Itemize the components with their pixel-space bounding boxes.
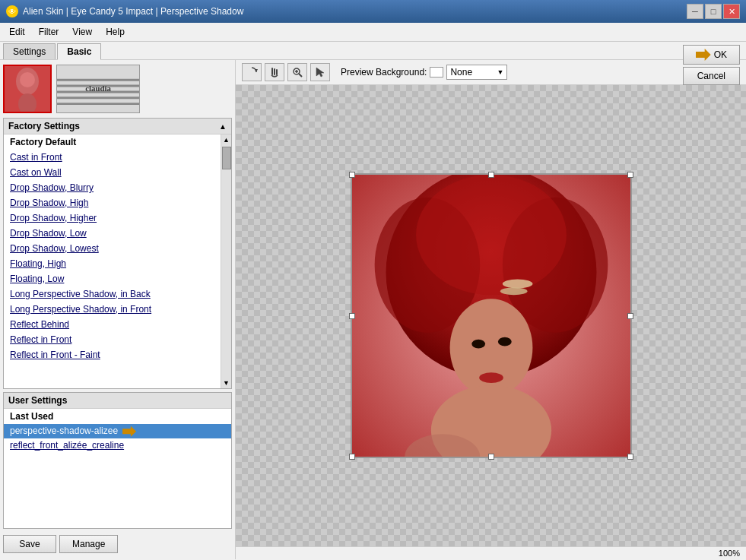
canvas-area[interactable] [236,85,746,546]
cancel-button[interactable]: Cancel [683,67,740,85]
rotate-tool-button[interactable] [242,63,262,81]
reflect-behind-item[interactable]: Reflect Behind [4,317,221,332]
item-arrow-icon [122,426,136,437]
long-perspective-front-item[interactable]: Long Perspective Shadow, in Front [4,302,221,317]
floating-low-item[interactable]: Floating, Low [4,271,221,286]
resize-handle-mid-right[interactable] [627,313,633,319]
svg-marker-11 [255,69,258,72]
minimize-button[interactable]: ─ [687,4,703,19]
svg-line-16 [299,74,302,77]
factory-scrollbar[interactable]: ▲ ▼ [221,134,231,388]
svg-point-31 [479,372,503,383]
tab-settings[interactable]: Settings [3,43,56,59]
menu-edit[interactable]: Edit [3,24,31,40]
preview-bg-select: None ▼ [430,65,507,80]
toolbar-row: Preview Background: None ▼ [236,60,746,85]
window-controls: ─ □ ✕ [687,4,740,19]
user-settings-header: User Settings [4,393,231,409]
resize-handle-mid-left[interactable] [349,313,355,319]
ok-button[interactable]: OK [683,45,740,65]
image-frame [351,173,632,458]
preview-bg-label: Preview Background: [341,67,427,78]
drop-shadow-blurry-item[interactable]: Drop Shadow, Blurry [4,180,221,195]
svg-point-24 [416,175,567,295]
svg-point-3 [20,72,35,87]
drop-shadow-high-item[interactable]: Drop Shadow, High [4,195,221,210]
status-bar: 100% [236,546,746,559]
canvas-inner [236,85,746,546]
right-panel: Preview Background: None ▼ [236,60,746,559]
factory-default-item[interactable]: Factory Default [4,134,221,150]
svg-point-27 [502,280,532,289]
resize-handle-top-mid[interactable] [488,172,494,178]
pan-tool-button[interactable] [265,63,284,81]
preview-bg-dropdown[interactable]: None ▼ [446,65,507,80]
thumbnail-frame [3,65,52,113]
menu-view[interactable]: View [66,24,98,40]
thumbnail-row: claudia [3,63,232,115]
shadow-preview: claudia [56,65,140,113]
zoom-level: 100% [719,549,740,558]
action-buttons: Save Manage [3,532,232,556]
factory-settings-box: Factory Settings ▲ Factory Default Cast … [3,118,232,389]
drop-shadow-low-item[interactable]: Drop Shadow, Low [4,226,221,241]
main-content: claudia Factory Settings ▲ Factory Defau… [0,60,746,559]
thumbnail-preview [5,66,50,112]
long-perspective-back-item[interactable]: Long Perspective Shadow, in Back [4,286,221,302]
svg-point-28 [500,287,527,295]
app-icon: 👁 [6,5,18,17]
select-tool-button[interactable] [310,63,330,81]
perspective-shadow-item[interactable]: perspective-shadow-alizee [4,424,231,438]
cast-in-front-item[interactable]: Cast in Front [4,150,221,165]
floating-high-item[interactable]: Floating, High [4,256,221,271]
user-settings-list: Last Used perspective-shadow-alizee refl… [4,409,231,528]
scroll-down-arrow[interactable]: ▼ [221,378,231,388]
scrollbar-up-icon[interactable]: ▲ [219,122,227,131]
title-bar: 👁 Alien Skin | Eye Candy 5 Impact | Pers… [0,0,746,23]
ok-arrow-icon [696,49,711,61]
resize-handle-bot-left[interactable] [349,454,355,460]
drop-shadow-higher-item[interactable]: Drop Shadow, Higher [4,210,221,226]
resize-handle-top-right[interactable] [627,172,633,178]
portrait-image [352,175,630,457]
resize-handle-top-left[interactable] [349,172,355,178]
save-button[interactable]: Save [3,535,56,553]
svg-point-30 [497,337,511,346]
left-panel: claudia Factory Settings ▲ Factory Defau… [0,60,236,559]
resize-handle-bot-right[interactable] [627,454,633,460]
close-button[interactable]: ✕ [723,4,740,19]
menu-bar: Edit Filter View Help [0,23,746,42]
user-settings-box: User Settings Last Used perspective-shad… [3,392,232,529]
color-swatch[interactable] [430,67,443,78]
reflect-front-item[interactable]: reflect_front_alizée_crealine [4,438,231,452]
tabs-bar: Settings Basic [0,42,746,60]
window-title: Alien Skin | Eye Candy 5 Impact | Perspe… [23,6,243,17]
factory-settings-list: Factory Default Cast in Front Cast on Wa… [4,134,221,388]
last-used-label: Last Used [4,409,231,424]
svg-text:claudia: claudia [85,84,111,93]
svg-marker-19 [316,68,324,77]
ok-cancel-area: OK Cancel [683,45,740,85]
dropdown-arrow-icon: ▼ [497,68,503,76]
cast-on-wall-item[interactable]: Cast on Wall [4,165,221,180]
tab-basic[interactable]: Basic [57,43,101,60]
zoom-tool-button[interactable] [287,63,307,81]
svg-rect-12 [271,68,273,75]
resize-handle-bot-mid[interactable] [488,454,494,460]
factory-settings-header: Factory Settings ▲ [4,119,231,134]
scroll-thumb[interactable] [222,147,231,169]
svg-point-29 [471,340,485,349]
reflect-in-front-item[interactable]: Reflect in Front [4,332,221,347]
menu-help[interactable]: Help [100,24,131,40]
app-window: 👁 Alien Skin | Eye Candy 5 Impact | Pers… [0,0,746,559]
svg-rect-14 [276,69,278,75]
drop-shadow-lowest-item[interactable]: Drop Shadow, Lowest [4,241,221,256]
reflect-in-front-faint-item[interactable]: Reflect in Front - Faint [4,347,221,362]
scroll-up-arrow[interactable]: ▲ [221,134,231,145]
manage-button[interactable]: Manage [59,535,118,553]
svg-rect-13 [274,68,275,75]
menu-filter[interactable]: Filter [33,24,65,40]
maximize-button[interactable]: □ [705,4,722,19]
